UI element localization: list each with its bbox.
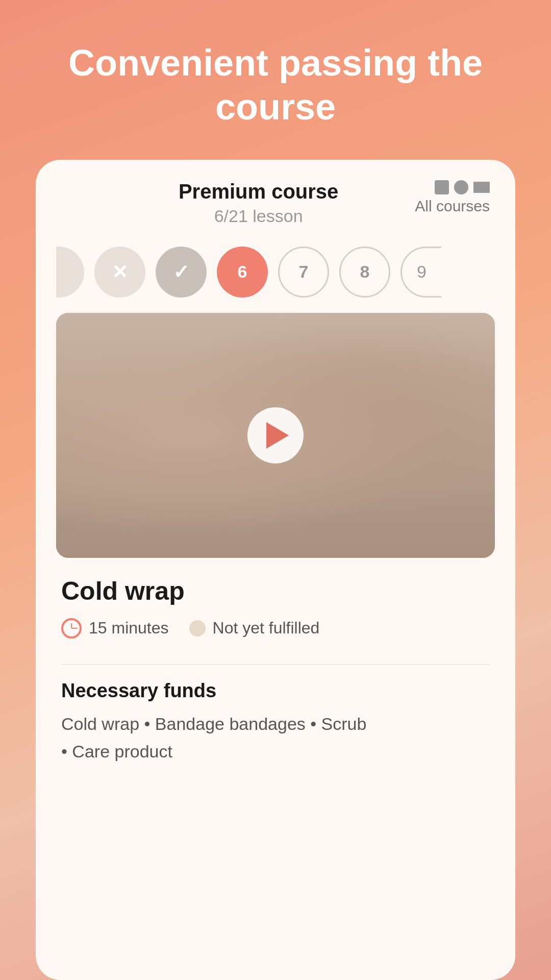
lesson-meta: 15 minutes Not yet fulfilled [61,618,490,639]
video-container[interactable] [56,313,495,558]
funds-items: Cold wrap • Bandage bandages • Scrub • C… [61,710,490,766]
lessons-row: ✕ ✓ 6 7 8 9 [36,236,515,313]
header-icons: All courses [415,180,490,215]
divider [61,664,490,665]
lesson-bubble-fail[interactable]: ✕ [94,247,145,298]
bubbles-scroll: ✕ ✓ 6 7 8 9 [36,247,462,298]
lesson-8-label: 8 [360,262,370,282]
clock-icon [61,618,82,639]
duration-label: 15 minutes [89,619,169,638]
course-info: Premium course 6/21 lesson [61,180,415,226]
lesson-bubble-9-partial[interactable]: 9 [400,247,441,298]
course-title: Premium course [102,180,415,203]
status-meta: Not yet fulfilled [189,619,320,638]
current-lesson-number: 6 [238,262,247,282]
hero-title: Convenient passing the course [0,41,551,129]
funds-title: Necessary funds [61,680,490,702]
video-overlay [56,313,495,558]
triangle-icon [473,182,490,193]
lesson-title: Cold wrap [61,576,490,606]
lesson-bubble-8[interactable]: 8 [339,247,390,298]
lesson-7-label: 7 [299,262,309,282]
lesson-bubble-partial[interactable] [56,247,84,298]
lesson-bubble-7[interactable]: 7 [278,247,329,298]
course-lesson: 6/21 lesson [102,206,415,226]
lesson-bubble-current[interactable]: 6 [217,247,268,298]
status-icon [189,620,206,636]
lesson-bubble-pass[interactable]: ✓ [156,247,207,298]
clock-hand-minute [71,628,78,629]
duration-meta: 15 minutes [61,618,169,639]
fail-icon: ✕ [112,261,128,283]
circle-icon [454,180,468,194]
funds-section: Necessary funds Cold wrap • Bandage band… [36,680,515,786]
funds-list-line1: Cold wrap • Bandage bandages • Scrub [61,714,366,733]
icons-row [435,180,490,194]
funds-list-line2: • Care product [61,742,172,761]
all-courses-button[interactable]: All courses [415,198,490,215]
play-button[interactable] [247,407,304,463]
square-icon [435,180,449,194]
main-card: Premium course 6/21 lesson All courses ✕… [36,160,515,980]
check-icon: ✓ [173,261,189,283]
lesson-9-label: 9 [417,262,427,282]
lesson-info: Cold wrap 15 minutes Not yet fulfilled [36,558,515,649]
status-label: Not yet fulfilled [213,619,320,638]
play-icon [266,422,289,449]
card-header: Premium course 6/21 lesson All courses [36,160,515,236]
